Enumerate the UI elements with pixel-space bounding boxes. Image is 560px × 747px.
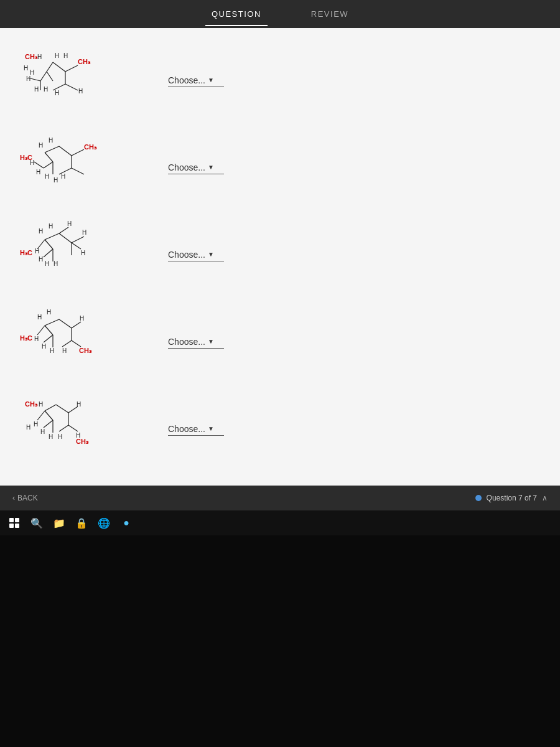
svg-line-82 [45,405,56,411]
svg-text:H: H [81,250,85,256]
tab-review[interactable]: REVIEW [305,2,355,26]
app-window: QUESTION REVIEW CH₃ H [0,0,560,510]
chevron-up-icon[interactable]: ∧ [542,494,548,502]
svg-line-27 [59,146,72,156]
svg-text:H: H [34,421,38,428]
dark-area [0,535,560,747]
windows-grid-cell-2 [15,518,19,522]
svg-text:H: H [61,173,65,180]
svg-text:H: H [58,433,62,440]
svg-text:H: H [80,315,84,322]
dropdown-arrow-4: ▼ [208,338,214,345]
svg-line-32 [72,168,84,174]
svg-text:H: H [37,314,42,321]
svg-line-2 [53,62,65,72]
choose-dropdown-1[interactable]: Choose... ▼ [168,75,224,87]
start-button[interactable] [5,514,24,532]
choose-dropdown-3[interactable]: Choose... ▼ [168,250,224,261]
choose-label-4: Choose... [168,337,205,347]
taskbar: 🔍 📁 🔒 🌐 ● [0,510,560,535]
svg-line-91 [68,425,78,431]
choose-dropdown-5[interactable]: Choose... ▼ [168,424,224,436]
svg-text:H: H [39,228,43,235]
svg-text:H: H [24,65,28,72]
choose-label-2: Choose... [168,162,205,172]
svg-text:H: H [26,75,30,82]
molecule-2: H₃C H H CH₃ H H H H [19,134,143,202]
question-row-1: CH₃ H H H CH₃ H [19,40,541,121]
svg-text:H: H [39,401,43,408]
back-label: BACK [17,494,38,502]
svg-line-88 [44,420,53,428]
taskbar-lock-icon[interactable]: 🔒 [72,514,91,532]
question-row-4: H₃C H H H H H H H [19,302,541,383]
svg-line-34 [34,162,44,168]
svg-text:H: H [35,248,39,255]
svg-text:H: H [42,343,46,350]
svg-line-83 [45,411,53,420]
svg-text:H: H [40,428,45,435]
choose-dropdown-2[interactable]: Choose... ▼ [168,162,224,174]
molecule-1: CH₃ H H H CH₃ H [19,47,143,115]
svg-text:H: H [50,347,54,354]
svg-line-7 [47,72,53,81]
svg-text:H: H [30,159,34,166]
svg-line-26 [45,153,53,162]
indicator-dot [475,495,482,501]
svg-text:CH₃: CH₃ [79,347,92,354]
svg-text:H₃C: H₃C [20,334,32,342]
svg-line-85 [56,405,68,413]
svg-line-6 [40,72,47,81]
svg-line-65 [45,326,53,335]
tab-question[interactable]: QUESTION [205,2,268,26]
svg-text:H: H [39,142,43,149]
question-row-3: H₃C H H H H H H H [19,215,541,296]
svg-text:H₃C: H₃C [20,249,32,256]
svg-text:H: H [55,52,59,59]
windows-grid-cell-3 [9,524,14,528]
question-row-5: CH₃ H H H H H H H [19,389,541,470]
svg-text:H: H [54,260,58,267]
molecule-4: H₃C H H H H H H H [19,308,143,377]
svg-text:H: H [49,433,53,440]
svg-line-68 [72,322,81,328]
svg-text:H: H [67,221,72,227]
svg-line-44 [45,233,59,240]
svg-line-66 [37,326,45,335]
svg-text:H: H [82,229,86,236]
question-indicator: Question 7 of 7 ∧ [475,494,548,502]
svg-line-90 [59,425,68,431]
dropdown-arrow-2: ▼ [208,164,214,171]
taskbar-edge-icon[interactable]: ● [117,514,136,532]
svg-line-3 [47,62,53,72]
svg-line-84 [37,411,45,420]
svg-line-4 [65,65,78,72]
svg-text:CH₃: CH₃ [76,438,89,445]
taskbar-browser-icon[interactable]: 🌐 [95,514,113,532]
dropdown-arrow-3: ▼ [208,251,214,258]
svg-line-8 [65,84,78,90]
svg-text:H: H [55,90,59,96]
taskbar-files-icon[interactable]: 📁 [50,514,68,532]
svg-text:CH₃: CH₃ [84,143,97,151]
svg-text:H: H [44,86,48,93]
choose-label-5: Choose... [168,424,205,434]
svg-text:H: H [78,88,83,95]
back-button[interactable]: ‹ BACK [12,494,38,502]
svg-line-67 [59,319,72,328]
top-nav-bar: QUESTION REVIEW [0,0,560,28]
svg-text:H: H [54,177,58,184]
svg-text:H: H [37,54,42,60]
choose-dropdown-4[interactable]: Choose... ▼ [168,337,224,349]
taskbar-search-icon[interactable]: 🔍 [27,514,46,532]
nav-tabs: QUESTION REVIEW [205,2,355,26]
svg-text:H: H [36,169,40,176]
svg-text:H: H [34,336,39,342]
svg-text:CH₃: CH₃ [78,58,91,65]
windows-grid-cell-4 [15,524,19,528]
dropdown-arrow-1: ▼ [208,77,214,83]
svg-text:H: H [63,52,68,59]
svg-text:H: H [39,256,43,263]
svg-line-50 [72,243,81,249]
svg-line-28 [72,149,84,156]
